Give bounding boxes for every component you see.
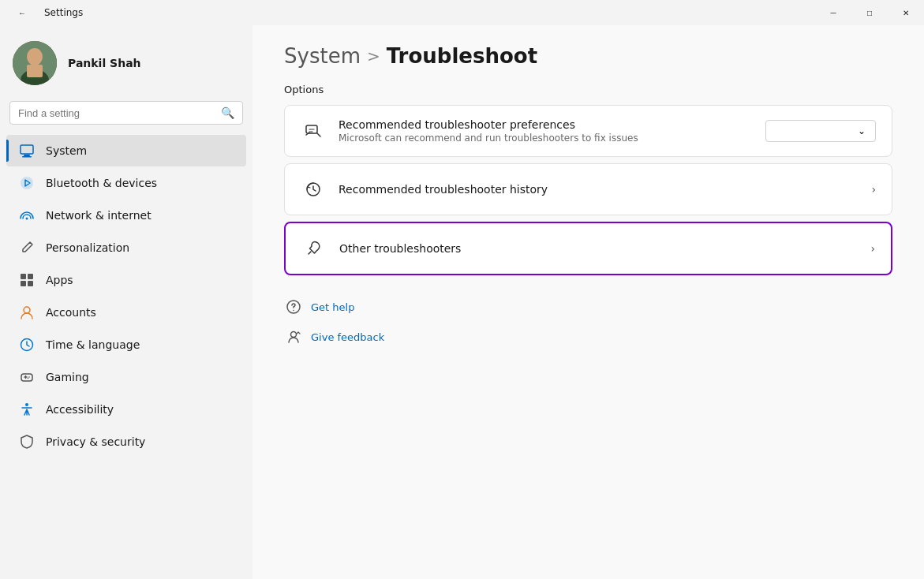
sidebar-item-label: Bluetooth & devices bbox=[46, 177, 157, 189]
sidebar-item-label: System bbox=[46, 144, 87, 157]
accessibility-icon bbox=[19, 402, 35, 417]
titlebar-left: ← Settings bbox=[9, 0, 83, 25]
user-profile: Pankil Shah bbox=[0, 25, 253, 98]
sidebar-item-label: Privacy & security bbox=[46, 435, 145, 448]
card-row-recommended-history[interactable]: Recommended troubleshooter history › bbox=[285, 164, 892, 215]
sidebar-item-system[interactable]: System bbox=[6, 135, 246, 166]
card-icon-other-troubleshooters bbox=[301, 236, 327, 261]
give-feedback-icon bbox=[284, 327, 303, 346]
card-icon-recommended-history bbox=[301, 177, 326, 202]
network-icon bbox=[19, 207, 35, 223]
chevron-right-icon: › bbox=[870, 242, 875, 255]
breadcrumb-current: Troubleshoot bbox=[387, 44, 537, 68]
nav-list: System Bluetooth & devices Network & int… bbox=[0, 134, 253, 458]
svg-rect-9 bbox=[21, 274, 26, 279]
cards-container: Recommended troubleshooter preferences M… bbox=[284, 105, 892, 275]
sidebar-item-time[interactable]: Time & language bbox=[6, 329, 246, 360]
window-content: Pankil Shah 🔍 System Bluetooth & devices… bbox=[0, 25, 924, 579]
sidebar-item-accessibility[interactable]: Accessibility bbox=[6, 394, 246, 425]
card-action-other-troubleshooters: › bbox=[870, 242, 875, 255]
card-action-recommended-history: › bbox=[871, 183, 876, 196]
sidebar-item-privacy[interactable]: Privacy & security bbox=[6, 426, 246, 458]
svg-rect-11 bbox=[21, 281, 26, 286]
card-title-other-troubleshooters: Other troubleshooters bbox=[339, 242, 858, 255]
svg-rect-6 bbox=[22, 156, 32, 158]
svg-point-17 bbox=[28, 378, 29, 379]
card-row-recommended-prefs[interactable]: Recommended troubleshooter preferences M… bbox=[285, 106, 892, 156]
accounts-icon bbox=[19, 304, 35, 320]
sidebar-item-label: Personalization bbox=[46, 241, 129, 254]
back-button[interactable]: ← bbox=[9, 0, 35, 25]
breadcrumb-parent: System bbox=[284, 44, 361, 68]
card-row-other-troubleshooters[interactable]: Other troubleshooters › bbox=[286, 223, 891, 274]
dropdown-recommended-prefs[interactable]: ⌄ bbox=[765, 120, 876, 142]
help-link-give-feedback[interactable]: Give feedback bbox=[284, 324, 892, 349]
apps-icon bbox=[19, 272, 35, 288]
help-link-label-get-help[interactable]: Get help bbox=[311, 301, 354, 313]
card-title-recommended-history: Recommended troubleshooter history bbox=[339, 183, 859, 196]
svg-rect-10 bbox=[28, 274, 33, 279]
card-desc-recommended-prefs: Microsoft can recommend and run troubles… bbox=[339, 133, 753, 144]
search-box[interactable]: 🔍 bbox=[9, 101, 243, 125]
card-other-troubleshooters[interactable]: Other troubleshooters › bbox=[284, 222, 892, 275]
search-icon: 🔍 bbox=[221, 106, 234, 119]
svg-point-13 bbox=[24, 307, 30, 313]
sidebar-item-label: Time & language bbox=[46, 338, 140, 351]
get-help-icon bbox=[284, 297, 303, 316]
avatar-image bbox=[13, 41, 57, 85]
svg-point-18 bbox=[25, 403, 28, 406]
sidebar-item-label: Network & internet bbox=[46, 209, 152, 222]
app-title: Settings bbox=[44, 7, 83, 18]
help-link-label-give-feedback[interactable]: Give feedback bbox=[311, 331, 384, 343]
sidebar-item-apps[interactable]: Apps bbox=[6, 264, 246, 296]
card-title-recommended-prefs: Recommended troubleshooter preferences bbox=[339, 118, 753, 131]
sidebar-item-gaming[interactable]: Gaming bbox=[6, 361, 246, 393]
breadcrumb-separator: > bbox=[367, 47, 380, 65]
svg-rect-3 bbox=[27, 65, 43, 77]
chevron-right-icon: › bbox=[871, 183, 876, 196]
svg-point-8 bbox=[26, 218, 28, 220]
svg-point-1 bbox=[27, 48, 43, 65]
sidebar-item-bluetooth[interactable]: Bluetooth & devices bbox=[6, 167, 246, 199]
avatar bbox=[13, 41, 57, 85]
svg-point-16 bbox=[28, 376, 30, 378]
help-links: Get help Give feedback bbox=[284, 294, 892, 349]
card-recommended-history[interactable]: Recommended troubleshooter history › bbox=[284, 163, 892, 215]
sidebar-item-label: Apps bbox=[46, 274, 73, 286]
svg-rect-5 bbox=[24, 155, 30, 156]
window-controls: ─ □ ✕ bbox=[815, 0, 924, 25]
sidebar: Pankil Shah 🔍 System Bluetooth & devices… bbox=[0, 25, 253, 579]
privacy-icon bbox=[19, 434, 35, 450]
search-input[interactable] bbox=[18, 107, 215, 119]
card-icon-recommended-prefs bbox=[301, 118, 326, 144]
svg-point-22 bbox=[293, 310, 294, 312]
breadcrumb: System > Troubleshoot bbox=[284, 44, 892, 68]
bluetooth-icon bbox=[19, 175, 35, 191]
personalization-icon bbox=[19, 240, 35, 256]
system-icon bbox=[19, 143, 35, 159]
sidebar-item-label: Gaming bbox=[46, 371, 89, 383]
close-button[interactable]: ✕ bbox=[888, 0, 924, 25]
user-name: Pankil Shah bbox=[68, 57, 141, 69]
svg-rect-12 bbox=[28, 281, 33, 286]
sidebar-item-personalization[interactable]: Personalization bbox=[6, 232, 246, 263]
sidebar-item-accounts[interactable]: Accounts bbox=[6, 297, 246, 328]
card-recommended-prefs[interactable]: Recommended troubleshooter preferences M… bbox=[284, 105, 892, 157]
minimize-button[interactable]: ─ bbox=[815, 0, 851, 25]
maximize-button[interactable]: □ bbox=[851, 0, 888, 25]
sidebar-item-network[interactable]: Network & internet bbox=[6, 200, 246, 231]
section-label: Options bbox=[284, 84, 892, 95]
main-content: System > Troubleshoot Options Recommende… bbox=[253, 25, 924, 579]
titlebar: ← Settings ─ □ ✕ bbox=[0, 0, 924, 25]
gaming-icon bbox=[19, 369, 35, 385]
help-link-get-help[interactable]: Get help bbox=[284, 294, 892, 319]
svg-point-7 bbox=[21, 177, 33, 189]
sidebar-item-label: Accounts bbox=[46, 306, 96, 319]
svg-rect-4 bbox=[21, 145, 33, 154]
card-action-recommended-prefs: ⌄ bbox=[765, 120, 876, 142]
time-icon bbox=[19, 337, 35, 353]
sidebar-item-label: Accessibility bbox=[46, 403, 114, 416]
svg-point-23 bbox=[291, 332, 297, 338]
